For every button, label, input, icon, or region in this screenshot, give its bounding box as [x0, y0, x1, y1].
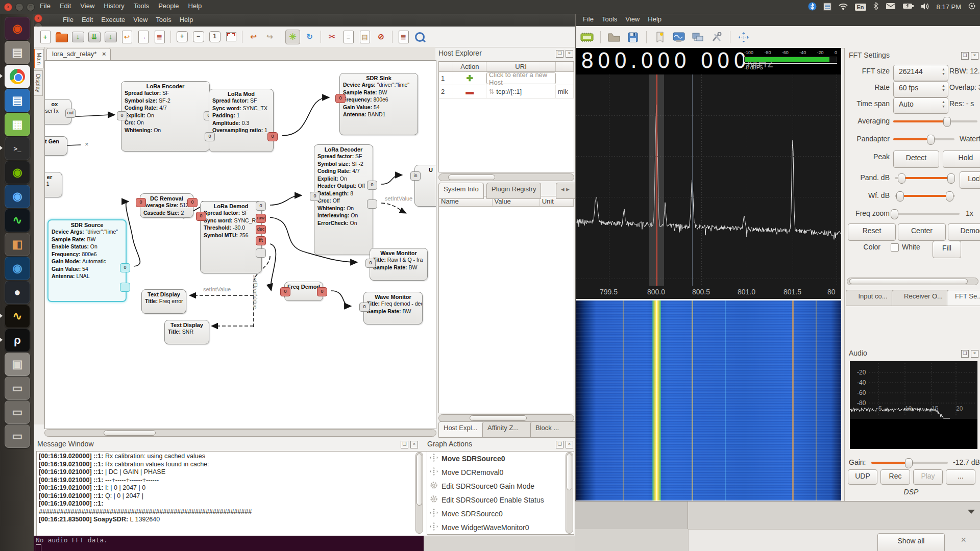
- spinner-arrows-icon[interactable]: ▲▼: [942, 67, 945, 76]
- gqrx-toolbar[interactable]: [576, 26, 980, 48]
- dock-item-ubuntu[interactable]: ◉: [5, 17, 30, 40]
- slider-handle[interactable]: [905, 458, 913, 468]
- demod-button[interactable]: Demod: [948, 223, 980, 241]
- zoom-original-icon[interactable]: 1: [208, 30, 222, 44]
- panel-tab-3[interactable]: FFT Se...: [947, 290, 980, 306]
- reset-button[interactable]: Reset: [848, 223, 896, 241]
- mail-icon[interactable]: [886, 3, 896, 11]
- zoom-out-icon[interactable]: −: [191, 30, 205, 44]
- float-panel-icon[interactable]: ❏: [961, 350, 969, 358]
- time-span-spinner[interactable]: Auto▲▼: [893, 97, 948, 114]
- spinner-arrows-icon[interactable]: ▲▼: [942, 83, 945, 92]
- pothos-menu-view[interactable]: View: [133, 16, 148, 23]
- block-lora-mod[interactable]: LoRa ModSpread factor: SFSync word: SYNC…: [209, 89, 274, 152]
- volume-icon[interactable]: [920, 3, 930, 12]
- block-user-rx[interactable]: Uin: [414, 165, 436, 207]
- play-button[interactable]: Play: [913, 469, 943, 485]
- input-port-0[interactable]: 0: [196, 212, 206, 221]
- maximize-icon[interactable]: □: [27, 3, 35, 11]
- dock-item-calc[interactable]: ▦: [5, 113, 30, 136]
- slider-handle[interactable]: [947, 173, 955, 184]
- dock-item-chrome[interactable]: [5, 65, 30, 88]
- start-dsp-icon[interactable]: [580, 30, 594, 44]
- output-port-0[interactable]: 0: [120, 263, 130, 272]
- output-port-0[interactable]: 0: [317, 287, 327, 296]
- open-file-icon[interactable]: [607, 30, 621, 44]
- render-topology-icon[interactable]: ≣: [153, 30, 166, 44]
- input-port-0[interactable]: 0: [280, 287, 290, 296]
- cut-icon[interactable]: ✂: [325, 30, 339, 44]
- slider-handle[interactable]: [891, 209, 898, 219]
- input-port-0[interactable]: 0: [117, 111, 127, 120]
- dock-item-sphere[interactable]: ●: [5, 281, 30, 304]
- freq-zoom-slider[interactable]: [893, 213, 960, 215]
- input-port-0[interactable]: 0: [205, 132, 215, 141]
- clock[interactable]: 8:17 PM: [937, 3, 961, 11]
- fft-settings-dock-buttons[interactable]: ❏×: [961, 52, 978, 60]
- block-trigger[interactable]: ere: 1: [44, 172, 62, 197]
- reload-topology-icon[interactable]: ↩: [120, 30, 134, 44]
- graph-action-item[interactable]: Move SDRSource0: [427, 452, 574, 465]
- gqrx-menu-tools[interactable]: Tools: [602, 15, 617, 23]
- close-icon[interactable]: x: [34, 14, 42, 22]
- input-port-0[interactable]: 0: [365, 259, 376, 268]
- block-lora-demod[interactable]: LoRa DemodSpread factor: SFSync word: SY…: [200, 201, 262, 273]
- host-explorer-dock-buttons[interactable]: ❏×: [556, 50, 573, 58]
- input-port-0[interactable]: 0: [136, 198, 146, 207]
- gqrx-menubar[interactable]: FileToolsViewHelp: [583, 15, 662, 23]
- slider-handle[interactable]: [946, 191, 953, 202]
- uri-cell[interactable]: Click to enter a new Host: [486, 72, 556, 84]
- gain-slider[interactable]: [871, 462, 948, 464]
- minimize-icon[interactable]: –: [15, 3, 23, 11]
- slider-handle[interactable]: [896, 191, 904, 202]
- rate-spinner[interactable]: 60 fps▲▼: [893, 81, 948, 97]
- disable-icon[interactable]: ⊘: [374, 30, 388, 44]
- wifi-icon[interactable]: [838, 3, 848, 12]
- close-panel-icon[interactable]: ×: [971, 350, 978, 358]
- gqrx-menu-help[interactable]: Help: [648, 15, 662, 23]
- block-sdr-sink[interactable]: SDR SinkDevice Args: "driver":"lime"Samp…: [339, 73, 418, 135]
- battery-icon[interactable]: [902, 3, 914, 11]
- close-panel-icon[interactable]: ×: [566, 441, 573, 448]
- launcher-dock[interactable]: ◉▤▤▦>_◉◉∿◧◉●∿ρ▣▭▭▭: [0, 14, 34, 551]
- find-icon[interactable]: [413, 30, 427, 44]
- audio-dock-buttons[interactable]: ❏×: [961, 350, 978, 358]
- table-row[interactable]: 2▬⇅tcp://[::1]mik: [439, 85, 574, 98]
- tab-plugin-registry[interactable]: Plugin Registry: [486, 183, 541, 199]
- table-row[interactable]: 1✚Click to enter a new Host: [439, 72, 574, 85]
- graph-action-item[interactable]: Move SDRSource0: [427, 507, 574, 520]
- pandapter-split-slider[interactable]: [893, 138, 954, 140]
- scrollbar-thumb[interactable]: [104, 430, 156, 436]
- menu-tools[interactable]: Tools: [134, 2, 149, 10]
- graph-action-item[interactable]: Edit SDRSource0 Gain Mode: [427, 479, 574, 493]
- side-tab-display[interactable]: Display: [34, 70, 43, 96]
- graph-actions-scrollbar[interactable]: [566, 452, 573, 534]
- peak-detect-button[interactable]: Detect: [893, 151, 939, 168]
- bookmarks-icon[interactable]: [653, 30, 667, 44]
- fft-panel-scrollbar[interactable]: [847, 278, 978, 285]
- spinner-arrows-icon[interactable]: ▲▼: [942, 99, 945, 109]
- topology-canvas[interactable]: oxUserTxoutt Genere: 1LoRa EncoderSpread…: [44, 60, 436, 429]
- menu-edit[interactable]: Edit: [60, 2, 71, 10]
- dock-item-files[interactable]: ▤: [5, 41, 30, 64]
- graph-action-item[interactable]: Move DCRemoval0: [427, 465, 574, 479]
- rec-button[interactable]: Rec: [880, 469, 910, 485]
- info-panel-scrollbar[interactable]: [438, 414, 574, 422]
- pandapter-plot[interactable]: 799.5800.0800.5801.0801.580: [576, 74, 841, 299]
- dock-item-nvidia[interactable]: ◉: [5, 161, 30, 184]
- menu-history[interactable]: History: [104, 2, 124, 10]
- save-all-topologies-icon[interactable]: ⇊: [87, 30, 101, 44]
- paste-icon[interactable]: ▤: [358, 30, 372, 44]
- undo-icon[interactable]: ↩: [247, 30, 260, 44]
- dock-item-earth[interactable]: ◉: [5, 257, 30, 280]
- float-panel-icon[interactable]: ❏: [556, 441, 564, 448]
- save-file-icon[interactable]: [626, 30, 640, 44]
- menu-view[interactable]: View: [80, 2, 94, 10]
- block-lora-decoder[interactable]: LoRa DecoderSpread factor: SFSymbol size…: [314, 144, 373, 255]
- block-freq-demod[interactable]: Freq Demod00: [284, 282, 323, 301]
- waterfall-plot[interactable]: [576, 300, 841, 500]
- activate-topology-icon[interactable]: ✳: [285, 30, 300, 44]
- float-panel-icon[interactable]: ❏: [556, 50, 564, 58]
- output-port-fft[interactable]: fft: [256, 236, 266, 245]
- zoom-in-icon[interactable]: +: [175, 30, 189, 44]
